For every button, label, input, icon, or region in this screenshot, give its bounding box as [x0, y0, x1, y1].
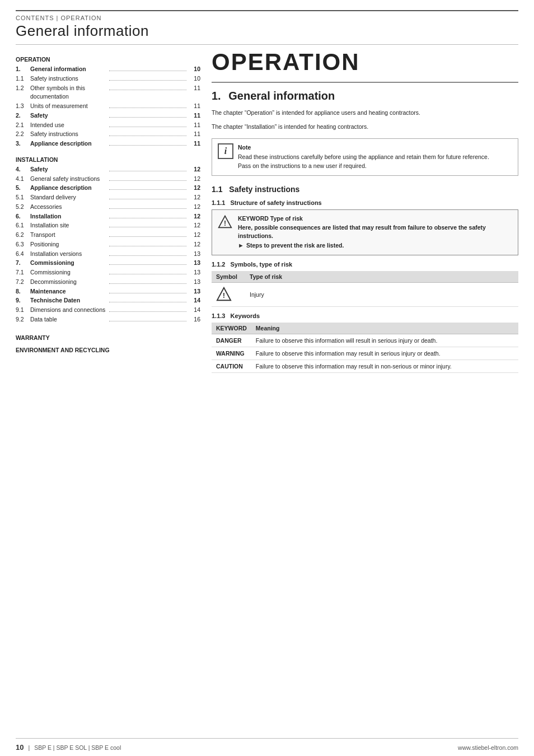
keywords-table-row-warning: WARNING Failure to observe this informat…: [212, 347, 518, 360]
toc-label-6-3: Positioning: [30, 240, 107, 249]
note-title: Note: [238, 143, 489, 152]
warning-content: KEYWORD Type of risk Here, possible cons…: [238, 214, 512, 250]
toc-label-5: Appliance description: [30, 184, 107, 193]
sub-sub-section-1-1-2-heading: 1.1.2 Symbols, type of risk: [212, 261, 518, 268]
toc-label-2-1: Intended use: [30, 121, 107, 130]
meaning-caution: Failure to observe this information may …: [251, 360, 518, 372]
intro-text-2: The chapter “Installation” is intended f…: [212, 122, 518, 132]
toc-page-6-1: 12: [188, 221, 200, 230]
toc-column: OPERATION 1. General information 10 1.1 …: [16, 50, 200, 738]
keyword-caution: CAUTION: [212, 360, 251, 372]
toc-dots-2: [109, 117, 186, 118]
toc-num-2: 2.: [16, 111, 30, 120]
toc-env-label: ENVIRONMENT AND RECYCLING: [16, 347, 200, 353]
toc-page-9-1: 14: [188, 306, 200, 315]
toc-label-6: Installation: [30, 212, 107, 221]
toc-num-4-1: 4.1: [16, 175, 30, 184]
section-1-heading: 1. General information: [212, 90, 518, 102]
keywords-table-row-danger: DANGER Failure to observe this informati…: [212, 334, 518, 347]
toc-page-7: 13: [188, 259, 200, 268]
toc-label-7-1: Commissioning: [30, 268, 107, 277]
toc-num-1: 1.: [16, 65, 30, 74]
warning-safety-box: ! KEYWORD Type of risk Here, possible co…: [212, 209, 518, 255]
injury-triangle-icon: !: [216, 286, 232, 302]
toc-label-5-2: Accessories: [30, 203, 107, 212]
toc-dots-1: [109, 71, 186, 71]
toc-entry-2: 2. Safety 11: [16, 111, 200, 120]
env-section: ENVIRONMENT AND RECYCLING: [16, 347, 200, 353]
header-title: General information: [16, 22, 518, 40]
toc-label-6-4: Installation versions: [30, 250, 107, 259]
footer-page-number: 10: [16, 743, 24, 752]
sub-sub-section-1-1-2-number: 1.1.2: [212, 261, 225, 268]
header-divider: [16, 44, 518, 45]
toc-dots-5: [109, 189, 186, 190]
toc-page-7-1: 13: [188, 268, 200, 277]
toc-label-9: Technische Daten: [30, 296, 107, 305]
toc-label-8: Maintenance: [30, 287, 107, 296]
toc-label-7-2: Decommissioning: [30, 278, 107, 287]
type-cell-1: Injury: [245, 282, 518, 306]
keyword-warning: WARNING: [212, 347, 251, 360]
toc-dots-6-4: [109, 255, 186, 256]
toc-entry-7-1: 7.1 Commissioning 13: [16, 268, 200, 277]
toc-page-4: 12: [188, 165, 200, 174]
toc-label-5-1: Standard delivery: [30, 193, 107, 202]
toc-num-9-1: 9.1: [16, 306, 30, 315]
toc-dots-7-2: [109, 283, 186, 284]
note-icon: i: [218, 143, 233, 159]
toc-label-6-1: Installation site: [30, 221, 107, 230]
note-line-1: Read these instructions carefully before…: [238, 153, 489, 160]
toc-num-6-1: 6.1: [16, 221, 30, 230]
warning-triangle-icon: !: [218, 214, 232, 229]
svg-text:!: !: [224, 220, 226, 227]
warning-consequence: Here, possible consequences are listed t…: [238, 223, 512, 241]
toc-page-9: 14: [188, 296, 200, 305]
keyword-danger: DANGER: [212, 334, 251, 347]
toc-dots-9-1: [109, 311, 186, 312]
toc-num-1-3: 1.3: [16, 102, 30, 111]
footer-right: www.stiebel-eltron.com: [458, 744, 518, 751]
toc-num-5-2: 5.2: [16, 203, 30, 212]
toc-label-9-1: Dimensions and connections: [30, 306, 107, 315]
toc-dots-6-2: [109, 236, 186, 237]
toc-page-6-4: 13: [188, 250, 200, 259]
toc-entry-8: 8. Maintenance 13: [16, 287, 200, 296]
operation-divider: [212, 82, 518, 83]
toc-label-4-1: General safety instructions: [30, 175, 107, 184]
symbol-col-header: Symbol: [212, 271, 245, 283]
toc-dots-5-1: [109, 199, 186, 199]
sub-sub-section-1-1-3-title: Keywords: [231, 312, 260, 319]
section-1-number: 1.: [212, 90, 221, 102]
note-icon-letter: i: [224, 146, 227, 156]
toc-dots-7-1: [109, 274, 186, 274]
toc-num-1-1: 1.1: [16, 74, 30, 83]
toc-num-7-1: 7.1: [16, 268, 30, 277]
note-content: Note Read these instructions carefully b…: [238, 143, 489, 171]
section-1-title: General information: [228, 90, 335, 102]
sub-sub-section-1-1-3-number: 1.1.3: [212, 312, 225, 319]
symbol-cell-1: !: [212, 282, 245, 306]
toc-page-2: 11: [188, 111, 200, 120]
toc-page-3: 11: [188, 139, 200, 148]
toc-installation-label: INSTALLATION: [16, 156, 200, 163]
toc-page-5-1: 12: [188, 193, 200, 202]
toc-label-1: General information: [30, 65, 107, 74]
operation-main-title: OPERATION: [212, 50, 518, 74]
toc-page-9-2: 16: [188, 315, 200, 324]
symbol-table-row-1: ! Injury: [212, 282, 518, 306]
toc-label-1-3: Units of measurement: [30, 102, 107, 111]
toc-dots-9: [109, 302, 186, 302]
toc-entry-6-2: 6.2 Transport 12: [16, 231, 200, 240]
toc-label-9-2: Data table: [30, 315, 107, 324]
toc-entry-3: 3. Appliance description 11: [16, 139, 200, 148]
toc-dots-6: [109, 218, 186, 218]
toc-num-2-1: 2.1: [16, 121, 30, 130]
toc-entry-9: 9. Technische Daten 14: [16, 296, 200, 305]
toc-num-5: 5.: [16, 184, 30, 193]
keywords-table: KEYWORD Meaning DANGER Failure to observ…: [212, 323, 518, 373]
main-content: OPERATION 1. General information 10 1.1 …: [0, 50, 534, 738]
symbol-table: Symbol Type of risk ! Injury: [212, 271, 518, 307]
warning-keyword-line: KEYWORD Type of risk: [238, 214, 512, 223]
note-line-2: Pass on the instructions to a new user i…: [238, 162, 367, 169]
